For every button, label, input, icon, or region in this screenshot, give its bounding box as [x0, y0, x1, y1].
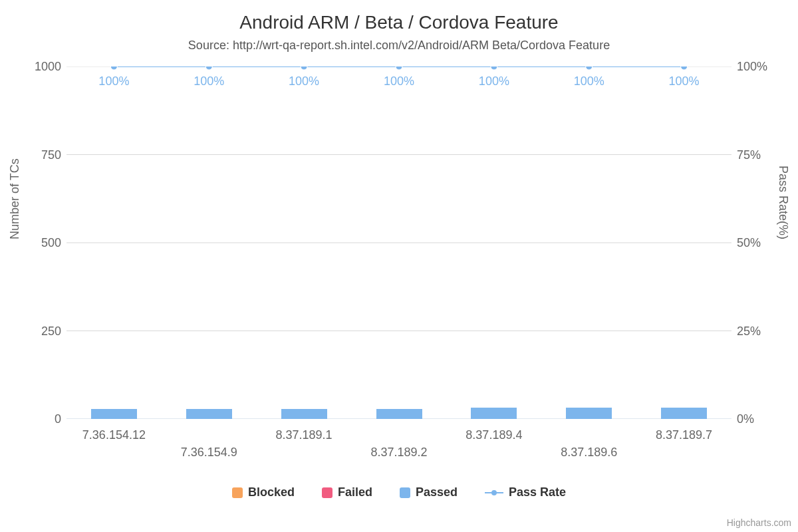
y-left-tick: 250 [41, 325, 61, 337]
svg-point-18 [586, 66, 593, 70]
data-label: 100% [289, 74, 319, 88]
pass-rate-line[interactable] [66, 66, 732, 419]
y-left-tick: 750 [41, 149, 61, 161]
legend-label: Failed [338, 485, 372, 499]
y-axis-left-label: Number of TCs [8, 158, 22, 239]
data-label: 100% [194, 74, 224, 88]
x-tick-label: 8.37.189.2 [370, 446, 427, 460]
svg-point-15 [301, 66, 307, 70]
y-left-tick: 0 [55, 413, 61, 425]
x-tick-label: 8.37.189.7 [656, 428, 712, 442]
legend-label: Passed [416, 485, 458, 499]
plot-area: 100% 100% 100% 100% 100% 100% 100% [66, 66, 732, 419]
x-tick-label: 7.36.154.12 [82, 428, 146, 442]
chart-subtitle: Source: http://wrt-qa-report.sh.intel.co… [0, 39, 798, 53]
y-right-tick: 0% [737, 413, 754, 425]
x-tick-label: 8.37.189.1 [276, 428, 332, 442]
svg-point-17 [491, 66, 497, 70]
svg-point-14 [205, 66, 212, 70]
line-marker-icon [485, 487, 503, 498]
y-right-tick: 25% [737, 325, 761, 337]
data-label: 100% [574, 74, 604, 88]
square-icon [322, 487, 332, 498]
y-axis-right-label: Pass Rate(%) [776, 166, 790, 239]
x-tick-label: 8.37.189.6 [561, 446, 617, 460]
legend-item-passed[interactable]: Passed [400, 485, 458, 499]
square-icon [400, 487, 410, 498]
y-left-tick: 1000 [35, 61, 61, 72]
y-right-tick: 75% [737, 149, 761, 161]
legend-item-passrate[interactable]: Pass Rate [485, 485, 566, 499]
data-label: 100% [98, 74, 129, 88]
svg-point-19 [681, 66, 688, 70]
chart-title: Android ARM / Beta / Cordova Feature [0, 12, 798, 33]
credits-link[interactable]: Highcharts.com [727, 517, 791, 528]
y-right-tick: 50% [737, 237, 761, 249]
data-label: 100% [669, 74, 700, 88]
legend: Blocked Failed Passed Pass Rate [0, 485, 798, 501]
legend-item-failed[interactable]: Failed [322, 485, 372, 499]
data-label: 100% [479, 74, 509, 88]
svg-point-16 [396, 66, 402, 70]
x-tick-label: 7.36.154.9 [181, 446, 237, 460]
square-icon [232, 487, 243, 498]
svg-point-13 [110, 66, 117, 70]
y-right-tick: 100% [737, 61, 767, 72]
legend-label: Pass Rate [509, 485, 566, 499]
x-tick-label: 8.37.189.4 [466, 428, 522, 442]
chart-container: Android ARM / Beta / Cordova Feature Sou… [0, 0, 798, 532]
y-left-tick: 500 [41, 237, 61, 249]
legend-label: Blocked [248, 485, 295, 499]
data-label: 100% [384, 74, 414, 88]
legend-item-blocked[interactable]: Blocked [232, 485, 295, 499]
